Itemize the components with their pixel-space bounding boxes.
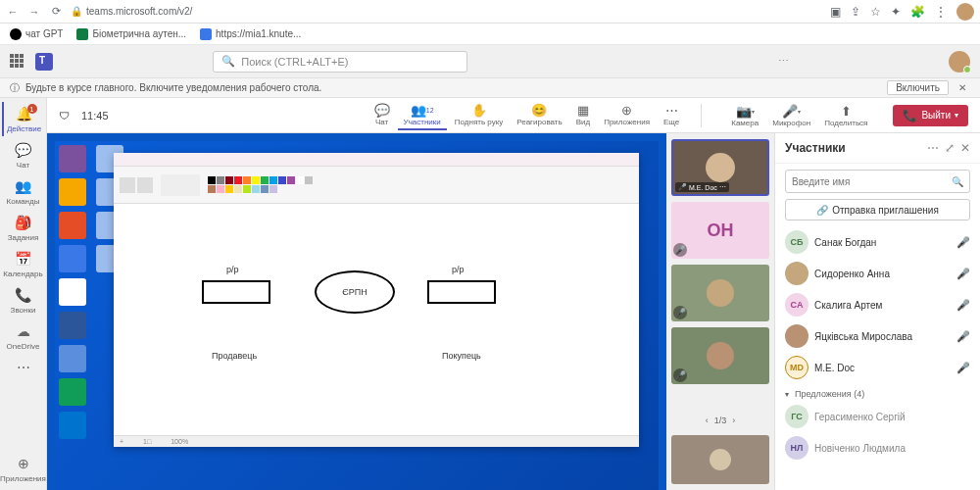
participant-search-input[interactable]	[792, 176, 948, 187]
enable-button[interactable]: Включить	[887, 80, 949, 95]
forward-icon[interactable]: →	[27, 5, 41, 19]
thumb-name: 🎤M.E. Doc⋯	[675, 182, 729, 192]
suggestions-header[interactable]: ▾ Предложения (4)	[781, 383, 974, 401]
prev-icon[interactable]: ‹	[706, 416, 709, 425]
more-header-icon[interactable]: ⋯	[778, 55, 789, 68]
meeting-apps[interactable]: ⊕Приложения	[598, 100, 656, 130]
puzzle-icon[interactable]: 🧩	[910, 5, 925, 19]
meeting-chat[interactable]: 💬Чат	[368, 100, 396, 130]
desktop-icon	[59, 412, 86, 439]
meeting-view[interactable]: ▦Вид	[570, 100, 596, 130]
desktop-icon	[59, 312, 86, 339]
profile-icon[interactable]	[956, 3, 974, 21]
rail-calls[interactable]: 📞Звонки	[2, 283, 45, 318]
meeting-mic[interactable]: 🎤▾Микрофон	[766, 101, 816, 129]
mic-off-icon: 🎤	[673, 368, 687, 382]
mic-icon: 🎤▾	[782, 103, 801, 119]
bookmark-chatgpt[interactable]: чат GPT	[10, 28, 63, 40]
video-thumb-2[interactable]: ОН 🎤	[671, 202, 769, 259]
participant-row[interactable]: Сидоренко Анна 🎤̸	[781, 258, 974, 289]
bookmark-mia[interactable]: https://mia1.knute...	[200, 28, 301, 40]
chevron-down-icon: ▾	[955, 111, 958, 120]
rail-calendar[interactable]: 📅Календарь	[2, 247, 45, 281]
menu-icon[interactable]: ⋮	[935, 5, 947, 19]
close-icon[interactable]: ✕	[960, 141, 970, 155]
cast-icon[interactable]: ▣	[830, 5, 841, 19]
desktop-icons-col1	[59, 145, 96, 480]
paint-ribbon	[114, 167, 639, 204]
paint-canvas: р/р ЄРПН р/р Продавець Покупець	[114, 204, 639, 435]
ellipsis-icon[interactable]: ⋯	[927, 141, 939, 155]
rail-onedrive[interactable]: ☁OneDrive	[2, 319, 45, 354]
activity-badge: 1	[27, 104, 37, 114]
participant-row[interactable]: MD M.E. Doc 🎤	[781, 352, 974, 383]
video-thumb-3[interactable]: 🎤	[671, 265, 769, 321]
search-icon: 🔍	[952, 176, 963, 187]
participant-row[interactable]: СА Скалига Артем 🎤̸	[781, 289, 974, 320]
avatar: ГС	[785, 405, 808, 428]
next-icon[interactable]: ›	[732, 416, 735, 425]
separator	[701, 104, 702, 127]
hangup-icon: 📞	[903, 109, 917, 122]
participant-list: СБ Санак Богдан 🎤̸ Сидоренко Анна 🎤̸ СА …	[775, 226, 980, 464]
popout-icon[interactable]: ⤢	[945, 141, 955, 155]
meeting-more[interactable]: ⋯Еще	[658, 100, 685, 130]
mic-off-icon: 🎤	[673, 306, 687, 319]
bookmark-biometric[interactable]: Біометрична аутен...	[76, 28, 186, 40]
paint-window: р/р ЄРПН р/р Продавець Покупець +1□100%	[114, 153, 639, 447]
star-icon[interactable]: ☆	[870, 5, 881, 19]
participant-search[interactable]: 🔍	[785, 170, 970, 193]
rail-more[interactable]: ⋯	[2, 356, 45, 381]
chevron-down-icon: ▾	[785, 390, 789, 399]
avatar: MD	[785, 356, 808, 379]
share-icon: ⬆	[841, 103, 852, 119]
search-input[interactable]: 🔍 Поиск (CTRL+ALT+E)	[213, 51, 467, 73]
video-thumb-1[interactable]: 🎤M.E. Doc⋯	[671, 139, 769, 196]
video-strip: 🎤M.E. Doc⋯ ОН 🎤 🎤 🎤 ‹ 1/3 ›	[666, 133, 774, 490]
panel-header: Участники ⋯ ⤢ ✕	[775, 133, 980, 164]
paint-statusbar: +1□100%	[114, 435, 639, 447]
desktop-icon	[59, 278, 86, 306]
ellipsis-icon: ⋯	[665, 102, 678, 118]
close-icon[interactable]: ✕	[955, 82, 970, 93]
meeting-react[interactable]: 😊Реагировать	[511, 100, 567, 130]
meeting-time: 11:45	[81, 110, 109, 122]
meeting-people[interactable]: 👥12Участники	[398, 100, 447, 130]
reload-icon[interactable]: ⟳	[49, 5, 63, 19]
app-launcher-icon[interactable]	[10, 54, 25, 70]
participant-row[interactable]: ГС Герасименко Сергій	[781, 401, 974, 432]
rail-activity[interactable]: 1 🔔 Действие	[2, 102, 45, 136]
rail-chat[interactable]: 💬Чат	[2, 138, 45, 172]
camera-icon: 📷▾	[736, 103, 755, 119]
participants-panel: Участники ⋯ ⤢ ✕ 🔍 🔗 Отправка приглашения…	[774, 133, 980, 490]
participant-row[interactable]: НЛ Новіченко Людмила	[781, 432, 974, 464]
video-thumb-5[interactable]	[671, 435, 769, 484]
participant-row[interactable]: Яцківська Мирослава 🎤̸	[781, 320, 974, 352]
plus-icon: ⊕	[621, 102, 632, 118]
rail-apps[interactable]: ⊕Приложения	[2, 452, 45, 486]
meeting-raise-hand[interactable]: ✋Поднять руку	[449, 100, 509, 130]
shield-icon: 🛡	[59, 110, 70, 122]
search-placeholder: Поиск (CTRL+ALT+E)	[241, 56, 348, 68]
invite-button[interactable]: 🔗 Отправка приглашения	[785, 199, 970, 220]
rect-left	[202, 280, 270, 304]
participant-row[interactable]: СБ Санак Богдан 🎤̸	[781, 226, 974, 258]
grid-icon: ▦	[577, 102, 589, 118]
teams-logo-icon[interactable]	[35, 53, 53, 71]
mic-off-icon: 🎤̸	[956, 330, 970, 343]
user-avatar[interactable]	[949, 51, 970, 73]
back-icon[interactable]: ←	[6, 5, 20, 19]
leave-button[interactable]: 📞 Выйти ▾	[893, 105, 968, 126]
chat-icon: 💬	[374, 102, 390, 118]
rail-assignments[interactable]: 🎒Задания	[2, 211, 45, 245]
people-icon: 👥	[15, 177, 32, 195]
address-bar[interactable]: 🔒 teams.microsoft.com/v2/	[71, 6, 192, 17]
meeting-share[interactable]: ⬆Поделиться	[818, 101, 873, 129]
avatar	[785, 262, 808, 285]
share-icon[interactable]: ⇪	[851, 5, 860, 19]
extensions-icon[interactable]: ✦	[891, 5, 901, 19]
video-thumb-4[interactable]: 🎤	[671, 327, 769, 384]
remote-desktop: р/р ЄРПН р/р Продавець Покупець +1□100%	[55, 141, 659, 490]
rail-teams[interactable]: 👥Команды	[2, 174, 45, 209]
meeting-camera[interactable]: 📷▾Камера	[725, 101, 764, 129]
